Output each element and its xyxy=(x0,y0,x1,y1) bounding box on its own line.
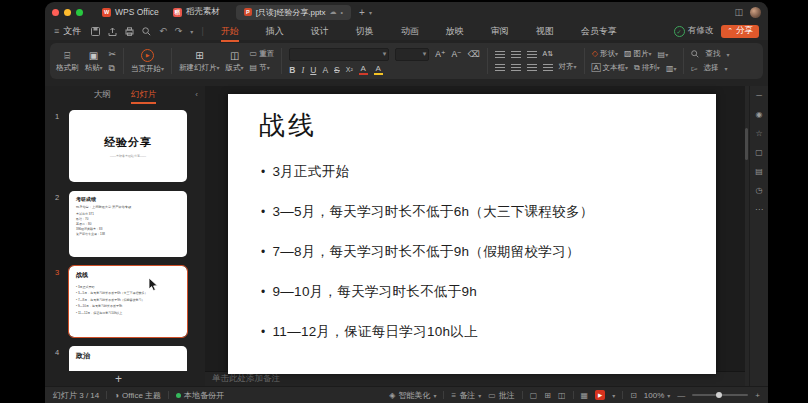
export-icon[interactable] xyxy=(108,27,117,36)
cut-icon[interactable]: ✂ xyxy=(109,49,117,59)
picture-button[interactable]: ▨ 图片▾ xyxy=(624,49,652,59)
tab-slides[interactable]: 幻灯片 xyxy=(131,87,157,103)
text-direction-icon[interactable]: A⇅ xyxy=(543,50,554,58)
select-button[interactable]: ▻ 选择▾ xyxy=(691,63,729,73)
zoom-out-icon[interactable]: — xyxy=(677,391,685,400)
menu-transition[interactable]: 切换 xyxy=(355,23,375,40)
animation-panel-icon[interactable]: ▢ xyxy=(755,148,763,157)
slide-thumb-1[interactable]: 1 经验分享 ——考研备考经验分享—— xyxy=(45,110,205,182)
add-slide-button[interactable]: + xyxy=(115,374,122,384)
normal-view-icon[interactable]: ▢ xyxy=(530,391,538,400)
outline-level-icon[interactable] xyxy=(527,51,537,58)
copy-icon[interactable]: ⧉ xyxy=(109,63,117,74)
superscript-button[interactable]: X² xyxy=(346,66,353,73)
play-from-current-button[interactable]: ▶ 当页开始▾ xyxy=(131,44,164,78)
font-size-select[interactable]: ▾ xyxy=(395,48,429,61)
merge-button[interactable]: ▥▾ xyxy=(666,64,677,73)
font-color-button[interactable]: A xyxy=(359,65,368,75)
zoom-level[interactable]: 100%▾ xyxy=(644,391,670,400)
slide-thumb-4[interactable]: 4 政治 时间线 1月，跟着网课过完一手精讲书（1-3月份）大概5-7（两遍） xyxy=(45,346,205,371)
font-family-select[interactable]: ▾ xyxy=(289,48,389,61)
print-icon[interactable] xyxy=(125,27,134,36)
image-panel-icon[interactable]: ▤ xyxy=(755,167,763,176)
undo-icon[interactable]: ↶ xyxy=(159,26,167,36)
reading-view-icon[interactable]: ◫ xyxy=(558,391,566,400)
split-view-icon[interactable]: ◫ xyxy=(734,7,743,17)
underline-button[interactable]: U xyxy=(310,65,316,75)
fit-slide-icon[interactable]: ⊡ xyxy=(630,391,637,400)
tab-outline[interactable]: 大纲 xyxy=(94,87,111,103)
file-menu[interactable]: ≡ 文件 xyxy=(54,25,81,38)
menu-slideshow[interactable]: 放映 xyxy=(445,23,465,40)
line-spacing-icon[interactable] xyxy=(543,64,553,71)
presenter-view-icon[interactable]: ▦ xyxy=(581,391,589,400)
collapse-panel-icon[interactable]: ‹ xyxy=(195,90,198,99)
italic-button[interactable]: I xyxy=(301,65,304,75)
align-right-icon[interactable] xyxy=(527,64,537,71)
close-window-button[interactable] xyxy=(52,9,59,16)
paste-button[interactable]: ▣ 粘贴▾ xyxy=(85,50,103,73)
menu-member[interactable]: 会员专享 xyxy=(580,23,618,40)
menu-review[interactable]: 审阅 xyxy=(490,23,510,40)
tab-list-chevron-icon[interactable]: ▾ xyxy=(369,9,372,16)
format-painter-button[interactable]: ⌸ 格式刷 xyxy=(56,50,79,73)
profile-panel-icon[interactable]: ◉ xyxy=(756,110,763,119)
increase-font-icon[interactable]: A⁺ xyxy=(435,49,445,59)
menu-home[interactable]: 开始 xyxy=(220,23,240,40)
vertical-scrollbar[interactable] xyxy=(745,128,748,160)
new-slide-button[interactable]: ⊞ 新建幻灯片▾ xyxy=(179,50,220,73)
decrease-font-icon[interactable]: A⁻ xyxy=(451,49,461,59)
strikethrough-button[interactable]: S xyxy=(334,65,340,75)
collapse-rail-icon[interactable]: ─ xyxy=(756,91,762,100)
textbox-button[interactable]: 🄰 文本框▾ xyxy=(592,63,628,73)
user-avatar[interactable] xyxy=(750,7,761,18)
reset-button[interactable]: ▭ 重置 xyxy=(250,49,275,59)
section-button[interactable]: ▤ 节▾ xyxy=(250,63,275,73)
layout-button[interactable]: ◫ 版式▾ xyxy=(226,50,244,73)
slide[interactable]: 战线 •3月正式开始 •3—5月，每天学习时长不低于6h（大三下课程较多） •7… xyxy=(228,94,716,374)
smart-beautify-button[interactable]: ◈ 智能美化▾ xyxy=(389,390,436,401)
play-options-chevron-icon[interactable]: ▾ xyxy=(612,392,615,399)
slide-body[interactable]: •3月正式开始 •3—5月，每天学习时长不低于6h（大三下课程较多） •7—8月… xyxy=(261,163,594,341)
shapes-button[interactable]: ◇ 形状▾ xyxy=(592,49,618,59)
comments-button[interactable]: ▭ 批注 xyxy=(488,390,515,401)
effects-panel-icon[interactable]: ☆ xyxy=(755,129,762,138)
slide-thumb-3-selected[interactable]: 3 战线 • 3月正式开始 • 3—5月，每天学习时长不低于6h（大三下课程较多… xyxy=(45,266,205,337)
new-tab-button[interactable]: + xyxy=(359,7,365,18)
maximize-window-button[interactable] xyxy=(76,9,83,16)
zoom-slider-knob[interactable] xyxy=(716,392,722,398)
char-spacing-button[interactable]: A xyxy=(322,65,328,75)
media-button[interactable]: ▤▾ xyxy=(658,50,669,59)
preview-icon[interactable] xyxy=(142,27,151,36)
notes-toggle-button[interactable]: ≡ 备注▾ xyxy=(451,390,481,401)
play-slideshow-button[interactable]: ▶ xyxy=(595,390,605,400)
history-panel-icon[interactable]: ◷ xyxy=(756,186,763,195)
app-home-tab[interactable]: W WPS Office xyxy=(102,7,159,17)
redo-icon[interactable]: ↷ xyxy=(175,26,183,36)
align-center-icon[interactable] xyxy=(511,64,521,71)
modified-status[interactable]: ✓ 有修改 xyxy=(674,25,714,37)
arrange-button[interactable]: ⧉ 排列▾ xyxy=(634,63,660,73)
document-tab[interactable]: P [只读]经验分享.pptx ☁ • xyxy=(236,5,351,20)
save-icon[interactable] xyxy=(91,27,100,36)
clear-format-icon[interactable]: ⌫ xyxy=(468,49,480,59)
minimize-window-button[interactable] xyxy=(64,9,71,16)
numbered-list-icon[interactable] xyxy=(511,51,521,58)
menu-view[interactable]: 视图 xyxy=(535,23,555,40)
quickbar-chevron-icon[interactable]: ▾ xyxy=(190,28,193,35)
slide-thumb-2[interactable]: 2 考研成绩 报考信息：上海财经大学 资产评估专硕 考试总分 371 政治：70… xyxy=(45,191,205,257)
menu-insert[interactable]: 插入 xyxy=(265,23,285,40)
find-button[interactable]: 查找▾ xyxy=(691,49,729,59)
bullet-list-icon[interactable] xyxy=(495,51,505,58)
highlight-color-button[interactable]: A xyxy=(374,65,383,75)
bold-button[interactable]: B xyxy=(289,65,295,75)
share-button[interactable]: ⌃ 分享 xyxy=(721,25,759,38)
zoom-in-icon[interactable]: + xyxy=(755,391,760,400)
align-button[interactable]: 对齐▾ xyxy=(559,62,577,72)
menu-animation[interactable]: 动画 xyxy=(400,23,420,40)
slide-title[interactable]: 战线 xyxy=(259,108,317,143)
menu-design[interactable]: 设计 xyxy=(310,23,330,40)
local-backup-status[interactable]: 本地备份开 xyxy=(176,390,224,401)
zoom-slider[interactable] xyxy=(692,394,748,396)
slide-sorter-view-icon[interactable]: ⊞ xyxy=(544,391,551,400)
